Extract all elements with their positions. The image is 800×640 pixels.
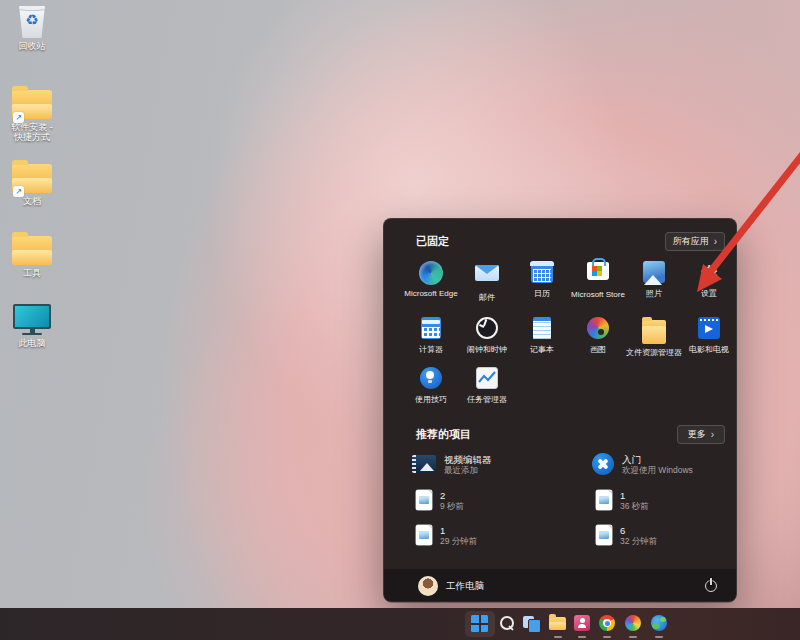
pinned-app-photos[interactable]: 照片 xyxy=(626,259,682,311)
photos-icon xyxy=(643,261,665,283)
search-icon[interactable] xyxy=(498,614,516,632)
pinned-app-label: 文件资源管理器 xyxy=(626,348,682,357)
recommended-subtitle: 欢迎使用 Windows xyxy=(622,465,693,475)
pinned-app-label: 邮件 xyxy=(459,293,515,302)
power-button[interactable] xyxy=(704,579,718,593)
microsoft-edge-icon xyxy=(419,261,443,285)
movies-tv-play-icon xyxy=(698,317,720,339)
desktop-icon-folder-shortcut-1[interactable]: 软件安装 - 快捷方式 xyxy=(4,86,60,142)
all-apps-button[interactable]: 所有应用 › xyxy=(665,232,725,251)
chevron-right-icon: › xyxy=(711,430,714,440)
pinned-app-label: 照片 xyxy=(626,289,682,298)
recommended-item-get-started[interactable]: 入门 欢迎使用 Windows xyxy=(592,449,764,479)
desktop-icon-label: 文档 xyxy=(4,196,60,206)
recommended-subtitle: 29 分钟前 xyxy=(440,536,477,546)
pinned-app-task-manager[interactable]: 任务管理器 xyxy=(459,365,515,417)
pinned-app-label: 设置 xyxy=(681,289,737,298)
pinned-app-label: 任务管理器 xyxy=(459,395,515,404)
pinned-app-label: 闹钟和时钟 xyxy=(459,345,515,354)
taskbar-chrome-icon[interactable] xyxy=(599,615,615,631)
desktop-icon-label: 快捷方式 xyxy=(4,132,60,142)
pinned-app-notepad[interactable]: 记事本 xyxy=(514,315,570,367)
desktop-icon-label: 回收站 xyxy=(4,41,60,51)
recommended-item-file[interactable]: 1 36 秒前 xyxy=(592,485,764,515)
desktop-screen: 回收站 软件安装 - 快捷方式 文档 工具 此电脑 已固定 所有应用 › Mic… xyxy=(0,0,800,640)
shortcut-arrow-icon xyxy=(13,186,24,197)
desktop-icon-folder[interactable]: 工具 xyxy=(4,232,60,278)
start-button-windows-icon[interactable] xyxy=(471,615,488,632)
pinned-app-alarms-clock[interactable]: 闹钟和时钟 xyxy=(459,315,515,367)
calculator-icon xyxy=(421,317,441,339)
desktop-icon-label: 工具 xyxy=(4,268,60,278)
taskbar-rainbow-app-icon[interactable] xyxy=(625,615,641,631)
calendar-icon xyxy=(531,261,553,283)
recommended-title: 1 xyxy=(440,525,477,536)
pinned-app-paint[interactable]: 画图 xyxy=(570,315,626,367)
recommended-item-file[interactable]: 2 9 秒前 xyxy=(412,485,584,515)
recommended-section-header: 推荐的项目 xyxy=(416,427,471,442)
folder-icon xyxy=(12,236,52,265)
recommended-item-file[interactable]: 1 29 分钟前 xyxy=(412,520,584,550)
running-indicator xyxy=(578,636,586,638)
task-view-icon[interactable] xyxy=(522,614,540,632)
pinned-app-mail[interactable]: 邮件 xyxy=(459,259,515,311)
user-name[interactable]: 工作电脑 xyxy=(446,580,484,593)
mail-icon xyxy=(475,265,499,281)
clock-icon xyxy=(476,317,498,339)
desktop-icon-this-pc[interactable]: 此电脑 xyxy=(4,302,60,348)
recycle-bin-icon xyxy=(18,6,46,38)
taskbar-pink-app-icon[interactable] xyxy=(574,615,590,631)
running-indicator xyxy=(603,636,611,638)
taskbar xyxy=(0,608,800,640)
more-button[interactable]: 更多 › xyxy=(677,425,725,444)
recommended-item-file[interactable]: 6 32 分钟前 xyxy=(592,520,764,550)
recommended-title: 2 xyxy=(440,490,464,501)
all-apps-label: 所有应用 xyxy=(673,235,709,248)
image-file-icon xyxy=(416,525,432,545)
monitor-icon xyxy=(13,304,51,329)
running-indicator xyxy=(655,636,663,638)
paint-palette-icon xyxy=(587,317,609,339)
pinned-app-microsoft-store[interactable]: Microsoft Store xyxy=(570,259,626,311)
desktop-icon-folder-shortcut-2[interactable]: 文档 xyxy=(4,160,60,206)
pinned-app-file-explorer[interactable]: 文件资源管理器 xyxy=(626,315,682,367)
notepad-icon xyxy=(533,317,551,339)
tips-lightbulb-icon xyxy=(420,367,442,389)
pinned-app-label: Microsoft Store xyxy=(570,290,626,299)
taskbar-globe-app-icon[interactable] xyxy=(651,615,667,631)
running-indicator xyxy=(629,636,637,638)
settings-gear-icon: ⚙ xyxy=(697,261,721,285)
pinned-app-settings[interactable]: ⚙ 设置 xyxy=(681,259,737,311)
recommended-title: 视频编辑器 xyxy=(444,454,492,465)
user-avatar[interactable] xyxy=(418,576,438,596)
recommended-subtitle: 36 秒前 xyxy=(620,501,649,511)
pinned-app-label: Microsoft Edge xyxy=(403,289,459,298)
desktop-icon-recycle-bin[interactable]: 回收站 xyxy=(4,6,60,51)
desktop-icon-label: 软件安装 - xyxy=(4,122,60,132)
pinned-app-label: 计算器 xyxy=(403,345,459,354)
chevron-right-icon: › xyxy=(714,237,717,247)
more-label: 更多 xyxy=(688,428,706,441)
image-file-icon xyxy=(596,525,612,545)
pinned-app-calendar[interactable]: 日历 xyxy=(514,259,570,311)
pinned-app-tips[interactable]: 使用技巧 xyxy=(403,365,459,417)
image-file-icon xyxy=(596,490,612,510)
pinned-app-label: 画图 xyxy=(570,345,626,354)
desktop-icon-label: 此电脑 xyxy=(4,338,60,348)
running-indicator xyxy=(554,636,562,638)
recommended-item-video-editor[interactable]: 视频编辑器 最近添加 xyxy=(412,449,584,479)
taskbar-file-explorer-icon[interactable] xyxy=(549,617,566,630)
pinned-app-microsoft-edge[interactable]: Microsoft Edge xyxy=(403,259,459,311)
recommended-subtitle: 9 秒前 xyxy=(440,501,464,511)
recommended-subtitle: 最近添加 xyxy=(444,465,492,475)
pinned-app-calculator[interactable]: 计算器 xyxy=(403,315,459,367)
recommended-title: 入门 xyxy=(622,454,693,465)
pinned-app-label: 电影和电视 xyxy=(681,345,737,354)
shortcut-arrow-icon xyxy=(13,112,24,123)
image-file-icon xyxy=(416,490,432,510)
pinned-app-label: 记事本 xyxy=(514,345,570,354)
recommended-subtitle: 32 分钟前 xyxy=(620,536,657,546)
store-bag-icon xyxy=(587,262,609,280)
get-started-icon xyxy=(592,453,614,475)
pinned-app-movies-tv[interactable]: 电影和电视 xyxy=(681,315,737,367)
